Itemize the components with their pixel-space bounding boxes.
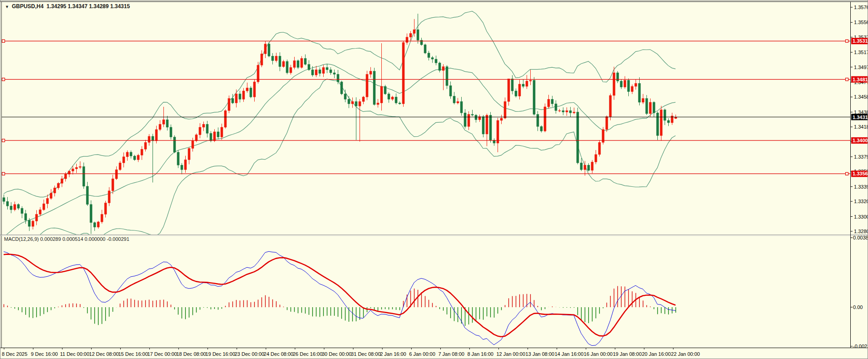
bull-candle-body: [409, 33, 412, 37]
bear-candle-body: [511, 79, 513, 91]
bull-candle-body: [32, 221, 34, 227]
bear-candle-body: [344, 94, 346, 100]
bull-candle-body: [558, 110, 561, 111]
bull-candle-body: [402, 42, 404, 104]
bear-candle-body: [83, 167, 85, 186]
bear-candle-body: [395, 97, 397, 103]
bear-candle-body: [431, 58, 434, 59]
line-anchor-marker[interactable]: [846, 40, 848, 42]
candlestick: [533, 77, 535, 116]
time-tick-label: 30 Dec 00:00: [322, 351, 351, 357]
bull-candle-body: [104, 203, 107, 214]
line-anchor-marker[interactable]: [846, 172, 848, 175]
line-anchor-marker[interactable]: [846, 78, 848, 81]
bull-candle-body: [264, 44, 266, 54]
bear-candle-body: [25, 214, 27, 220]
bull-candle-body: [184, 160, 187, 170]
bull-candle-body: [468, 115, 470, 127]
price-chart-canvas[interactable]: 1.357651.355651.353701.351701.349751.347…: [0, 0, 868, 359]
bear-candle-body: [279, 56, 281, 66]
bear-candle-body: [232, 99, 234, 103]
time-tick-label: 8 Jan 16:00: [467, 351, 493, 357]
line-anchor-marker[interactable]: [2, 40, 5, 42]
candlestick: [340, 81, 343, 95]
bear-candle-body: [627, 80, 630, 92]
candlestick: [268, 42, 270, 57]
line-anchor-marker[interactable]: [2, 172, 5, 175]
bull-candle-body: [301, 58, 303, 67]
price-tick-label: 1.33200: [854, 199, 868, 204]
bull-candle-body: [613, 73, 615, 95]
line-anchor-marker[interactable]: [2, 78, 5, 81]
time-tick-label: 9 Dec 16:00: [31, 351, 58, 357]
bear-candle-body: [533, 80, 535, 115]
bear-candle-body: [17, 204, 20, 208]
bull-candle-body: [631, 86, 633, 92]
chevron-down-icon[interactable]: ▼: [5, 5, 9, 9]
bear-candle-body: [664, 110, 666, 120]
bear-candle-body: [388, 94, 390, 100]
bear-candle-body: [453, 96, 455, 103]
line-anchor-marker[interactable]: [2, 139, 5, 142]
bull-candle-body: [442, 67, 444, 70]
bear-candle-body: [577, 112, 579, 163]
bull-candle-body: [544, 107, 546, 131]
bear-candle-body: [217, 132, 219, 137]
bull-candle-body: [547, 99, 550, 107]
bull-candle-body: [275, 56, 277, 60]
bull-candle-body: [148, 136, 150, 142]
bear-candle-body: [464, 113, 466, 126]
bear-candle-body: [250, 88, 252, 97]
bull-candle-body: [54, 188, 56, 193]
bull-candle-body: [119, 163, 121, 170]
time-tick-label: 11 Dec 00:00: [60, 351, 89, 357]
bear-candle-body: [428, 53, 430, 58]
candlestick: [424, 44, 426, 54]
bear-candle-body: [319, 70, 321, 73]
bear-candle-body: [304, 58, 306, 64]
bull-candle-body: [566, 110, 568, 112]
macd-tick-label: 0.003897: [853, 235, 868, 240]
bear-candle-body: [555, 104, 557, 110]
bear-candle-body: [6, 201, 9, 206]
bull-candle-body: [159, 124, 161, 130]
bear-candle-body: [446, 67, 448, 86]
bull-candle-body: [57, 183, 59, 188]
candlestick: [577, 108, 579, 165]
bull-candle-body: [14, 204, 16, 210]
bull-candle-body: [192, 141, 194, 149]
price-badge: 1.33565: [851, 170, 868, 177]
bull-candle-body: [362, 97, 365, 101]
bull-candle-body: [290, 67, 292, 73]
price-badge: 1.35319: [851, 38, 868, 44]
bull-candle-body: [322, 67, 325, 73]
bear-candle-body: [333, 73, 335, 74]
bear-candle-body: [537, 115, 539, 127]
bear-candle-body: [311, 70, 314, 75]
bull-candle-body: [675, 117, 677, 119]
bear-candle-body: [656, 113, 659, 135]
bull-candle-body: [115, 170, 118, 179]
bear-candle-body: [133, 156, 136, 160]
candlestick: [366, 71, 368, 100]
bull-candle-body: [366, 74, 368, 97]
time-tick-label: 8 Dec 2025: [2, 351, 27, 357]
bear-candle-body: [340, 82, 343, 94]
bear-candle-body: [646, 99, 648, 114]
bull-candle-body: [64, 174, 67, 179]
bull-candle-body: [573, 112, 575, 113]
bear-candle-body: [268, 44, 270, 56]
bear-candle-body: [326, 67, 328, 70]
time-tick-label: 12 Jan 00:00: [497, 351, 526, 357]
bull-candle-body: [377, 103, 379, 105]
bull-candle-body: [141, 149, 143, 155]
bull-candle-body: [112, 179, 114, 191]
bull-candle-body: [642, 99, 644, 102]
candlestick: [598, 140, 601, 156]
bear-candle-body: [489, 115, 492, 140]
bear-candle-body: [173, 137, 176, 152]
bear-candle-body: [587, 165, 590, 170]
price-tick-label: 1.32805: [854, 229, 868, 234]
bull-candle-body: [144, 142, 147, 149]
time-tick-label: 14 Jan 16:00: [555, 351, 584, 357]
